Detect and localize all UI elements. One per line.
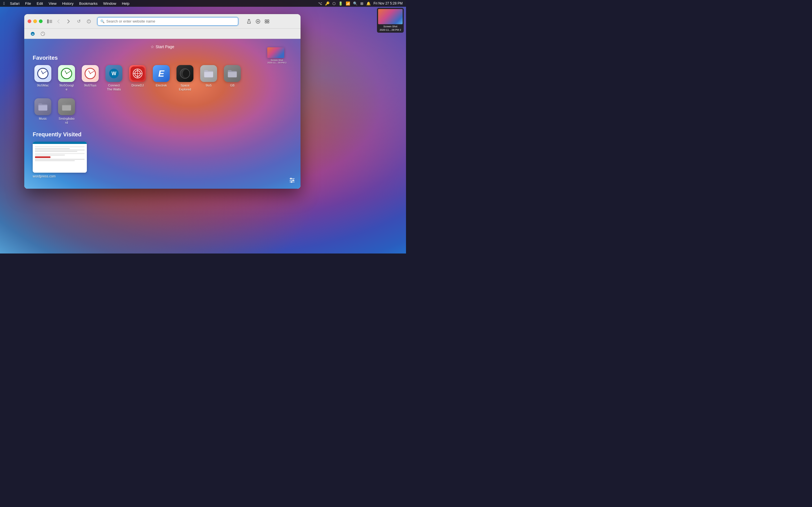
favorite-gb[interactable]: GB (222, 65, 243, 92)
favorite-icon-spaceexplored (176, 65, 193, 82)
bookmarks-bar: W (24, 29, 301, 39)
reload-button[interactable]: ↺ (75, 17, 83, 25)
visited-label-wordpress: wordpress.com (33, 174, 87, 178)
svg-point-32 (291, 181, 292, 183)
favorite-icon-9to5google (58, 65, 75, 82)
frequently-visited-grid: wordpress.com (33, 142, 292, 178)
favorites-grid: 9to5Mac 9to5Google (33, 65, 292, 92)
favorite-9to5google[interactable]: 9to5Google (56, 65, 77, 92)
window-maximize-button[interactable] (39, 19, 43, 23)
window-close-button[interactable] (28, 19, 31, 23)
screenshot-label: Screen Shot 2020-11....09 PM 2 (378, 25, 403, 32)
apple-menu[interactable]:  (3, 1, 5, 6)
favorites-grid-row2: Music Smörgåsbord (33, 98, 292, 125)
traffic-lights (28, 19, 43, 23)
favorite-icon-9to5folder (200, 65, 217, 82)
favorite-9to5toys[interactable]: 9to5Toys (80, 65, 100, 92)
address-input[interactable] (106, 19, 235, 23)
new-tab-button[interactable] (254, 17, 262, 25)
share-button[interactable] (245, 17, 253, 25)
datetime-display: Fri Nov 27 5:28 PM (373, 1, 403, 5)
content-screenshot-thumb[interactable]: Screen Shot2020-11....09 PM 2 (267, 47, 287, 64)
favorite-smorgasbord[interactable]: Smörgåsbord (56, 98, 77, 125)
favorite-9to5mac[interactable]: 9to5Mac (33, 65, 53, 92)
svg-rect-1 (49, 20, 52, 20)
search-menubar-icon[interactable]: 🔍 (353, 1, 357, 6)
menu-help[interactable]: Help (121, 1, 130, 6)
frequently-visited-section: Frequently Visited (33, 131, 292, 178)
favorite-icon-music (35, 98, 51, 115)
bookmark-history[interactable] (38, 31, 47, 37)
battery-icon[interactable]: 🔋 (338, 1, 343, 6)
menu-history[interactable]: History (61, 1, 74, 6)
notification-icon[interactable]: 🔔 (366, 1, 371, 6)
favorite-icon-9to5toys (82, 65, 99, 82)
safari-window: ↺ 🔍 (24, 14, 301, 189)
svg-rect-3 (49, 22, 52, 23)
svg-rect-2 (49, 21, 52, 22)
control-center-icon[interactable]: ⊞ (360, 1, 363, 6)
favorite-label-dronejdj: DroneDJ (132, 83, 144, 87)
svg-text:W: W (112, 71, 116, 76)
favorite-spaceexplored[interactable]: SpaceExplored (175, 65, 195, 92)
favorite-label-smorgasbord: Smörgåsbord (59, 117, 74, 125)
favorite-9to5folder[interactable]: 9to5 (199, 65, 219, 92)
start-page-header: ☆ Start Page (33, 45, 292, 49)
address-bar[interactable]: 🔍 (97, 17, 238, 25)
back-button[interactable] (54, 17, 62, 25)
start-page-label: Start Page (156, 45, 174, 49)
favorite-label-9to5mac: 9to5Mac (37, 83, 49, 87)
favorites-title: Favorites (33, 55, 292, 61)
favorite-dronejdj[interactable]: DroneDJ (128, 65, 148, 92)
password-icon[interactable]: 🔑 (325, 1, 329, 6)
menu-file[interactable]: File (24, 1, 32, 6)
svg-point-30 (290, 178, 292, 179)
favorite-label-connectthewatts: ConnectThe Watts (107, 83, 121, 92)
safari-toolbar: ↺ 🔍 (24, 14, 301, 29)
svg-text:W: W (32, 33, 34, 36)
start-page-settings-button[interactable] (288, 176, 297, 185)
space-moon-icon (180, 68, 190, 78)
forward-button[interactable] (64, 17, 72, 25)
favorite-label-9to5google: 9to5Google (59, 83, 74, 92)
bluetooth-icon[interactable]: ⬡ (333, 1, 336, 6)
menu-safari[interactable]: Safari (9, 1, 20, 6)
favorite-connectthewatts[interactable]: W ConnectThe Watts (104, 65, 124, 92)
visited-thumb-wordpress (33, 142, 87, 173)
sidebar-toggle-button[interactable] (47, 19, 52, 23)
reader-button[interactable] (85, 17, 93, 25)
visited-thumb-content (33, 144, 87, 173)
frequently-visited-title: Frequently Visited (33, 131, 292, 138)
menu-bookmarks[interactable]: Bookmarks (79, 1, 98, 6)
svg-rect-12 (265, 22, 267, 23)
wifi-icon[interactable]: 📶 (346, 1, 350, 6)
favorite-label-music: Music (39, 117, 47, 121)
electrek-e-icon: E (158, 68, 164, 79)
favorites-section: Favorites 9to5Mac (33, 55, 292, 124)
favorite-label-9to5toys: 9to5Toys (84, 83, 96, 87)
menubar-left:  Safari File Edit View History Bookmark… (3, 1, 130, 6)
siri-icon[interactable]: ⌥ (318, 1, 322, 6)
svg-rect-13 (267, 22, 269, 23)
visited-wordpress[interactable]: wordpress.com (33, 142, 87, 178)
screenshot-preview-image (378, 9, 403, 24)
address-bar-container: 🔍 (97, 17, 238, 25)
safari-content: ☆ Start Page Favorites (24, 39, 301, 189)
desktop-screenshot-thumbnail[interactable]: Screen Shot 2020-11....09 PM 2 (377, 8, 404, 33)
svg-point-31 (293, 180, 294, 181)
bookmark-wordpress[interactable]: W (28, 31, 37, 37)
menu-view[interactable]: View (48, 1, 57, 6)
svg-point-6 (89, 22, 89, 22)
menu-edit[interactable]: Edit (36, 1, 43, 6)
favorite-electrek[interactable]: E Electrek (151, 65, 171, 92)
window-minimize-button[interactable] (33, 19, 37, 23)
tab-overview-button[interactable] (263, 17, 271, 25)
svg-rect-10 (265, 20, 267, 21)
favorite-label-9to5folder: 9to5 (206, 83, 211, 87)
menubar-right: ⌥ 🔑 ⬡ 🔋 📶 🔍 ⊞ 🔔 Fri Nov 27 5:28 PM (318, 1, 403, 6)
menu-window[interactable]: Window (103, 1, 117, 6)
favorite-icon-9to5mac (35, 65, 51, 82)
favorite-label-electrek: Electrek (156, 83, 167, 87)
favorite-icon-smorgasbord (58, 98, 75, 115)
favorite-music[interactable]: Music (33, 98, 53, 125)
